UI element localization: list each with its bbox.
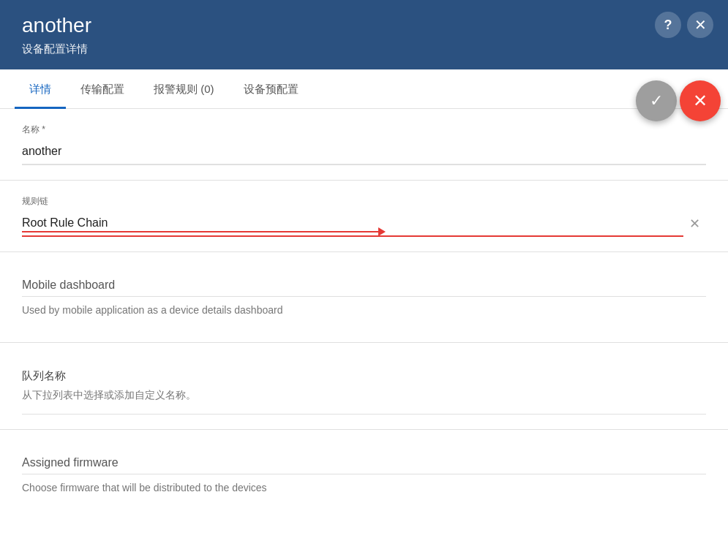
firmware-desc: Choose firmware that will be distributed…: [22, 474, 706, 505]
content-area: 名称 * another 规则链 Root Rule Chain ✕: [0, 109, 728, 560]
firmware-title: Assigned firmware: [22, 444, 706, 474]
firmware-section: Assigned firmware Choose firmware that w…: [0, 430, 728, 520]
rule-chain-value[interactable]: Root Rule Chain: [22, 211, 683, 237]
arrow-head: [378, 227, 386, 236]
save-button[interactable]: ✓: [636, 80, 677, 121]
queue-label: 队列名称: [22, 357, 706, 386]
mobile-dashboard-desc: Used by mobile application as a device d…: [22, 297, 706, 328]
arrow-line: [22, 231, 378, 232]
rule-chain-label: 规则链: [22, 195, 706, 208]
rule-chain-section: 规则链 Root Rule Chain ✕: [0, 181, 728, 252]
check-icon: ✓: [650, 91, 663, 110]
close-button[interactable]: ✕: [687, 12, 713, 38]
tab-device-preconfig[interactable]: 设备预配置: [229, 69, 313, 109]
dialog-title: another: [22, 13, 677, 38]
name-value[interactable]: another: [22, 139, 706, 165]
queue-section: 队列名称 从下拉列表中选择或添加自定义名称。: [0, 343, 728, 430]
rule-chain-row: Root Rule Chain ✕: [22, 211, 706, 237]
mobile-dashboard-title: Mobile dashboard: [22, 267, 706, 297]
mobile-dashboard-section: Mobile dashboard Used by mobile applicat…: [0, 252, 728, 343]
dialog-header: another 设备配置详情 ? ✕: [0, 0, 728, 69]
tabs-bar: 详情 传输配置 报警规则 (0) 设备预配置: [0, 69, 728, 109]
cancel-button[interactable]: ✕: [680, 80, 721, 121]
cancel-icon: ✕: [693, 91, 708, 111]
help-button[interactable]: ?: [655, 12, 681, 38]
tab-transport[interactable]: 传输配置: [66, 69, 139, 109]
header-buttons: ? ✕: [655, 12, 713, 38]
rule-chain-arrow: [22, 227, 386, 236]
name-label: 名称 *: [22, 124, 706, 136]
dialog-subtitle: 设备配置详情: [22, 42, 677, 56]
tab-alarm-rules[interactable]: 报警规则 (0): [139, 69, 229, 109]
queue-desc: 从下拉列表中选择或添加自定义名称。: [22, 386, 706, 415]
clear-rule-chain-button[interactable]: ✕: [683, 213, 706, 235]
dialog: another 设备配置详情 ? ✕ ✓ ✕ 详情 传输配置 报警规则 (0) …: [0, 0, 728, 560]
name-section: 名称 * another: [0, 109, 728, 181]
clear-icon: ✕: [689, 216, 700, 232]
tab-details[interactable]: 详情: [15, 69, 66, 109]
